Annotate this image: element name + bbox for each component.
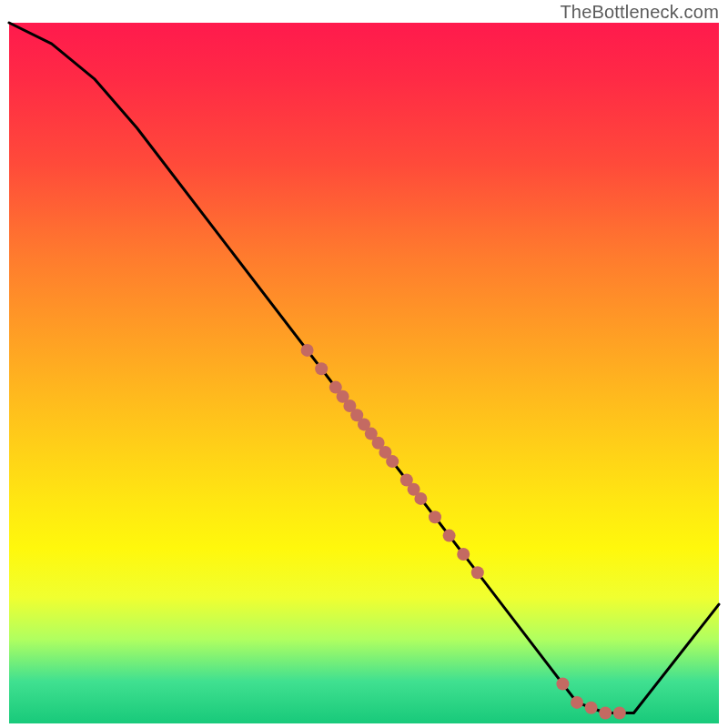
data-point xyxy=(429,511,441,523)
bottleneck-curve-path xyxy=(9,23,719,713)
bottleneck-curve xyxy=(9,23,719,713)
data-point xyxy=(414,492,427,505)
curve-overlay xyxy=(0,0,728,728)
data-point xyxy=(571,696,583,709)
data-point xyxy=(556,678,569,691)
data-points xyxy=(301,344,626,720)
data-point xyxy=(457,548,470,561)
chart-stage: TheBottleneck.com xyxy=(0,0,728,728)
data-point xyxy=(301,344,314,357)
data-point xyxy=(613,707,626,720)
data-point xyxy=(315,362,328,375)
data-point xyxy=(585,702,598,714)
data-point xyxy=(386,455,399,468)
data-point xyxy=(443,530,456,542)
data-point xyxy=(471,566,484,579)
data-point xyxy=(599,707,612,720)
